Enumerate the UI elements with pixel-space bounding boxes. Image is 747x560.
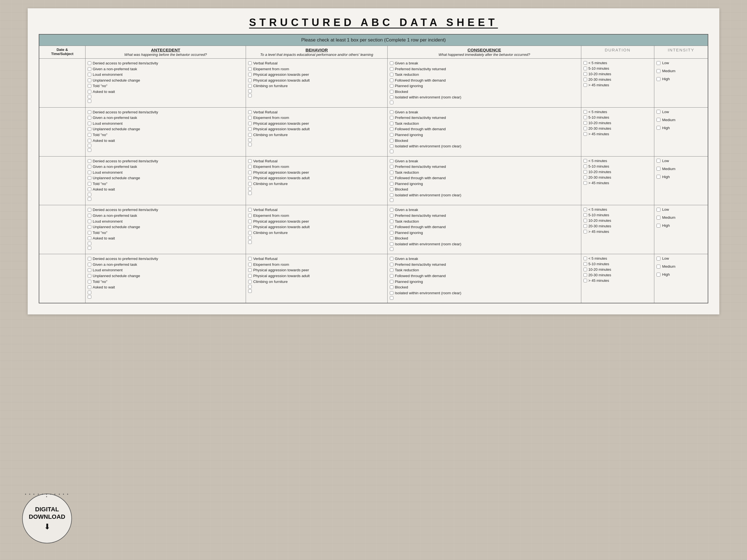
intensity-checkbox[interactable] bbox=[656, 167, 661, 170]
behavior-blank-checkbox[interactable] bbox=[248, 94, 252, 97]
consequence-checkbox[interactable] bbox=[390, 285, 393, 289]
behavior-checkbox[interactable] bbox=[248, 159, 252, 163]
behavior-checkbox[interactable] bbox=[248, 176, 252, 180]
behavior-checkbox[interactable] bbox=[248, 122, 252, 125]
duration-checkbox[interactable] bbox=[584, 66, 587, 70]
consequence-checkbox[interactable] bbox=[390, 263, 393, 266]
intensity-checkbox[interactable] bbox=[656, 273, 661, 276]
consequence-checkbox[interactable] bbox=[390, 187, 393, 191]
duration-checkbox[interactable] bbox=[584, 230, 587, 233]
duration-checkbox[interactable] bbox=[584, 181, 587, 185]
consequence-checkbox[interactable] bbox=[390, 73, 393, 76]
antecedent-checkbox[interactable] bbox=[88, 176, 91, 180]
consequence-checkbox[interactable] bbox=[390, 170, 393, 174]
consequence-checkbox[interactable] bbox=[390, 193, 393, 197]
antecedent-blank-checkbox[interactable] bbox=[88, 95, 91, 99]
behavior-checkbox[interactable] bbox=[248, 79, 252, 82]
intensity-checkbox[interactable] bbox=[656, 77, 661, 81]
behavior-checkbox[interactable] bbox=[248, 263, 252, 266]
antecedent-checkbox[interactable] bbox=[88, 268, 91, 272]
consequence-checkbox[interactable] bbox=[390, 225, 393, 229]
antecedent-checkbox[interactable] bbox=[88, 274, 91, 278]
duration-checkbox[interactable] bbox=[584, 110, 587, 114]
duration-checkbox[interactable] bbox=[584, 224, 587, 228]
behavior-checkbox[interactable] bbox=[248, 84, 252, 88]
antecedent-checkbox[interactable] bbox=[88, 127, 91, 131]
consequence-checkbox[interactable] bbox=[390, 231, 393, 235]
duration-checkbox[interactable] bbox=[584, 176, 587, 179]
antecedent-checkbox[interactable] bbox=[88, 170, 91, 174]
consequence-checkbox[interactable] bbox=[390, 214, 393, 217]
antecedent-checkbox[interactable] bbox=[88, 280, 91, 284]
duration-checkbox[interactable] bbox=[584, 132, 587, 136]
duration-checkbox[interactable] bbox=[584, 78, 587, 81]
consequence-checkbox[interactable] bbox=[390, 139, 393, 142]
intensity-checkbox[interactable] bbox=[656, 216, 661, 219]
consequence-checkbox[interactable] bbox=[390, 79, 393, 82]
intensity-checkbox[interactable] bbox=[656, 257, 661, 261]
behavior-checkbox[interactable] bbox=[248, 274, 252, 278]
behavior-blank-checkbox[interactable] bbox=[248, 138, 252, 142]
antecedent-checkbox[interactable] bbox=[88, 285, 91, 289]
behavior-checkbox[interactable] bbox=[248, 127, 252, 131]
duration-checkbox[interactable] bbox=[584, 208, 587, 211]
antecedent-checkbox[interactable] bbox=[88, 208, 91, 212]
antecedent-checkbox[interactable] bbox=[88, 187, 91, 191]
consequence-checkbox[interactable] bbox=[390, 90, 393, 94]
behavior-blank-checkbox[interactable] bbox=[248, 240, 252, 244]
behavior-checkbox[interactable] bbox=[248, 116, 252, 119]
antecedent-checkbox[interactable] bbox=[88, 214, 91, 217]
intensity-checkbox[interactable] bbox=[656, 126, 661, 130]
consequence-checkbox[interactable] bbox=[390, 236, 393, 240]
antecedent-checkbox[interactable] bbox=[88, 182, 91, 186]
antecedent-checkbox[interactable] bbox=[88, 159, 91, 163]
consequence-checkbox[interactable] bbox=[390, 165, 393, 168]
antecedent-checkbox[interactable] bbox=[88, 139, 91, 142]
antecedent-checkbox[interactable] bbox=[88, 61, 91, 65]
antecedent-blank-checkbox[interactable] bbox=[88, 246, 91, 250]
duration-checkbox[interactable] bbox=[584, 164, 587, 168]
consequence-checkbox[interactable] bbox=[390, 144, 393, 148]
duration-checkbox[interactable] bbox=[584, 170, 587, 174]
antecedent-checkbox[interactable] bbox=[88, 165, 91, 168]
behavior-checkbox[interactable] bbox=[248, 219, 252, 223]
antecedent-checkbox[interactable] bbox=[88, 116, 91, 119]
behavior-blank-checkbox[interactable] bbox=[248, 143, 252, 146]
duration-checkbox[interactable] bbox=[584, 213, 587, 217]
antecedent-checkbox[interactable] bbox=[88, 225, 91, 229]
behavior-checkbox[interactable] bbox=[248, 110, 252, 114]
antecedent-checkbox[interactable] bbox=[88, 231, 91, 235]
consequence-checkbox[interactable] bbox=[390, 110, 393, 114]
intensity-checkbox[interactable] bbox=[656, 208, 661, 212]
antecedent-checkbox[interactable] bbox=[88, 90, 91, 94]
intensity-checkbox[interactable] bbox=[656, 224, 661, 228]
behavior-checkbox[interactable] bbox=[248, 67, 252, 71]
duration-checkbox[interactable] bbox=[584, 268, 587, 271]
behavior-blank-checkbox[interactable] bbox=[248, 191, 252, 195]
antecedent-blank-checkbox[interactable] bbox=[88, 242, 91, 245]
behavior-checkbox[interactable] bbox=[248, 231, 252, 235]
behavior-checkbox[interactable] bbox=[248, 225, 252, 229]
consequence-checkbox[interactable] bbox=[390, 208, 393, 212]
antecedent-checkbox[interactable] bbox=[88, 67, 91, 71]
consequence-checkbox[interactable] bbox=[390, 84, 393, 88]
consequence-checkbox[interactable] bbox=[390, 242, 393, 246]
antecedent-checkbox[interactable] bbox=[88, 73, 91, 76]
antecedent-checkbox[interactable] bbox=[88, 122, 91, 125]
duration-checkbox[interactable] bbox=[584, 115, 587, 119]
intensity-checkbox[interactable] bbox=[656, 110, 661, 114]
behavior-checkbox[interactable] bbox=[248, 182, 252, 186]
consequence-checkbox[interactable] bbox=[390, 176, 393, 180]
duration-checkbox[interactable] bbox=[584, 83, 587, 87]
duration-checkbox[interactable] bbox=[584, 61, 587, 65]
antecedent-checkbox[interactable] bbox=[88, 263, 91, 266]
behavior-blank-checkbox[interactable] bbox=[248, 89, 252, 93]
antecedent-blank-checkbox[interactable] bbox=[88, 295, 91, 299]
behavior-blank-checkbox[interactable] bbox=[248, 289, 252, 293]
duration-checkbox[interactable] bbox=[584, 262, 587, 266]
antecedent-checkbox[interactable] bbox=[88, 84, 91, 88]
consequence-checkbox[interactable] bbox=[390, 268, 393, 272]
behavior-checkbox[interactable] bbox=[248, 280, 252, 284]
intensity-checkbox[interactable] bbox=[656, 175, 661, 179]
consequence-checkbox[interactable] bbox=[390, 122, 393, 125]
